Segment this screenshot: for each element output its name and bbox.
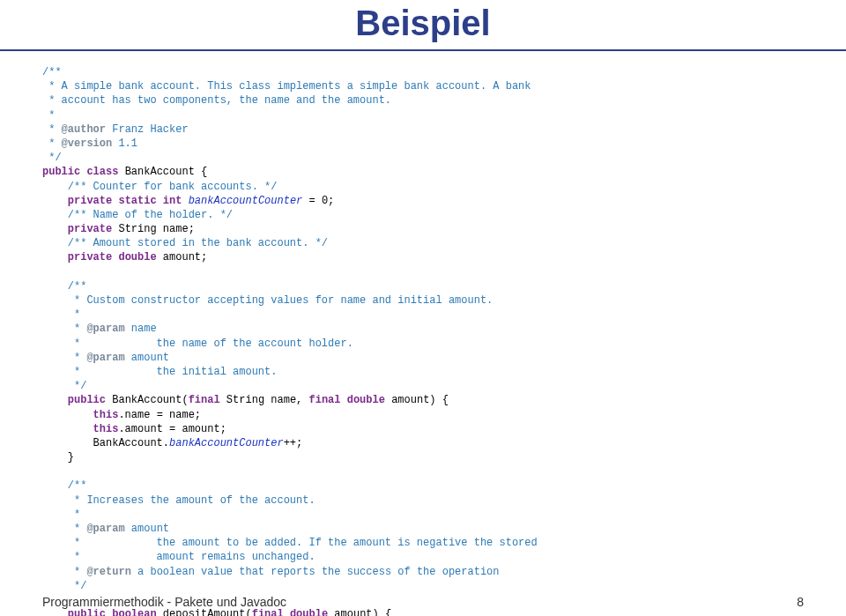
code-line: * [42, 308, 80, 321]
code-line: * @author Franz Hacker [42, 123, 189, 136]
page-number: 8 [797, 595, 804, 609]
code-line: * @version 1.1 [42, 137, 137, 150]
footer: Programmiermethodik - Pakete und Javadoc… [42, 595, 804, 609]
code-line: * @param name [42, 323, 157, 335]
code-line: * the name of the account holder. [42, 338, 353, 350]
code-line: */ [42, 580, 86, 592]
code-line: private String name; [42, 223, 195, 235]
code-line: private static int bankAccountCounter = … [42, 195, 334, 207]
code-line: * [42, 508, 80, 521]
code-line: */ [42, 152, 62, 164]
code-line: this.name = name; [42, 409, 201, 421]
code-line: public boolean depositAmount(final doubl… [42, 608, 391, 616]
code-line: */ [42, 380, 86, 392]
slide-title: Beispiel [0, 4, 846, 43]
code-line: private double amount; [42, 251, 207, 263]
code-line: this.amount = amount; [42, 423, 226, 435]
code-line: * @return a boolean value that reports t… [42, 566, 500, 578]
code-line: * A simple bank account. This class impl… [42, 80, 531, 93]
code-line: * @param amount [42, 352, 169, 364]
code-line: public BankAccount(final String name, fi… [42, 394, 449, 406]
code-line: * the amount to be added. If the amount … [42, 537, 538, 549]
footer-text: Programmiermethodik - Pakete und Javadoc [42, 595, 286, 609]
code-line: /** [42, 479, 86, 492]
code-line: * amount remains unchanged. [42, 551, 315, 563]
code-line: /** Counter for bank accounts. */ [42, 181, 277, 193]
code-line: public class BankAccount { [42, 166, 207, 178]
code-example: /** * A simple bank account. This class … [0, 51, 846, 616]
code-line: /** [42, 66, 62, 78]
code-line: * [42, 109, 55, 122]
code-line: /** [42, 280, 86, 293]
code-line: * account has two components, the name a… [42, 94, 391, 107]
code-line: /** Name of the holder. */ [42, 209, 233, 221]
code-line: /** Amount stored in the bank account. *… [42, 237, 328, 249]
code-line: } [42, 451, 74, 464]
code-line: * Increases the amount of the account. [42, 494, 315, 507]
code-line: * @param amount [42, 523, 169, 535]
code-line: * Custom constructor accepting values fo… [42, 294, 493, 307]
code-line: BankAccount.bankAccountCounter++; [42, 437, 302, 449]
code-line: * the initial amount. [42, 366, 277, 378]
